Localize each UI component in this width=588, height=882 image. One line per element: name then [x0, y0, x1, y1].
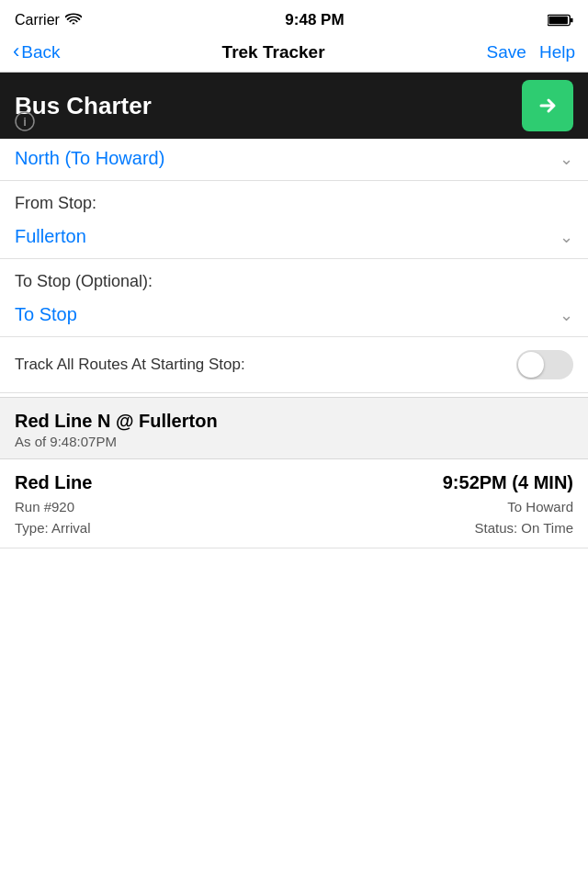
- forward-arrow-button[interactable]: [522, 80, 573, 131]
- station-title: Red Line N @ Fullerton: [15, 411, 573, 432]
- train-status: Status: On Time: [474, 518, 573, 539]
- header-band: Bus Charter i: [0, 73, 588, 139]
- from-stop-value: Fullerton: [15, 226, 86, 247]
- train-type: Type: Arrival: [15, 518, 91, 539]
- track-all-row: Track All Routes At Starting Stop:: [0, 337, 588, 393]
- train-destination: To Howard: [474, 497, 573, 518]
- train-row-top: Red Line 9:52PM (4 MIN): [15, 472, 573, 493]
- time-display: 9:48 PM: [285, 11, 344, 29]
- band-title: Bus Charter: [15, 92, 152, 120]
- train-arrival-time: 9:52PM (4 MIN): [443, 472, 573, 493]
- train-details-right: To Howard Status: On Time: [474, 497, 573, 538]
- carrier-label: Carrier: [15, 12, 60, 28]
- direction-value: North (To Howard): [15, 148, 164, 169]
- from-stop-dropdown[interactable]: Fullerton ⌄: [0, 217, 588, 259]
- from-stop-label: From Stop:: [0, 181, 588, 217]
- to-stop-value: To Stop: [15, 304, 77, 325]
- carrier-wifi: Carrier: [15, 12, 82, 28]
- svg-rect-2: [548, 17, 568, 24]
- toggle-knob: [518, 352, 544, 378]
- back-label: Back: [21, 42, 60, 62]
- results-timestamp: As of 9:48:07PM: [15, 434, 573, 449]
- help-button[interactable]: Help: [539, 42, 575, 62]
- direction-dropdown[interactable]: North (To Howard) ⌄: [0, 139, 588, 181]
- train-name: Red Line: [15, 472, 92, 493]
- direction-chevron-icon: ⌄: [560, 149, 573, 169]
- svg-text:i: i: [23, 115, 27, 129]
- to-stop-label: To Stop (Optional):: [0, 259, 588, 295]
- from-stop-chevron-icon: ⌄: [560, 227, 573, 247]
- content-area: North (To Howard) ⌄ From Stop: Fullerton…: [0, 139, 588, 548]
- save-button[interactable]: Save: [487, 42, 526, 62]
- status-bar: Carrier 9:48 PM: [0, 0, 588, 37]
- track-all-toggle[interactable]: [516, 350, 573, 379]
- svg-rect-1: [571, 18, 573, 23]
- results-header: Red Line N @ Fullerton As of 9:48:07PM: [0, 397, 588, 459]
- back-button[interactable]: ‹ Back: [13, 42, 61, 62]
- train-row[interactable]: Red Line 9:52PM (4 MIN) Run #920 Type: A…: [0, 459, 588, 548]
- battery-icon: [548, 14, 573, 27]
- nav-actions: Save Help: [487, 42, 575, 62]
- train-row-bottom: Run #920 Type: Arrival To Howard Status:…: [15, 497, 573, 538]
- to-stop-dropdown[interactable]: To Stop ⌄: [0, 295, 588, 337]
- train-run-number: Run #920: [15, 497, 91, 518]
- nav-bar: ‹ Back Trek Tracker Save Help: [0, 37, 588, 73]
- to-stop-chevron-icon: ⌄: [560, 305, 573, 325]
- results-section: Red Line N @ Fullerton As of 9:48:07PM R…: [0, 397, 588, 548]
- nav-title: Trek Tracker: [222, 42, 325, 62]
- train-details-left: Run #920 Type: Arrival: [15, 497, 91, 538]
- wifi-icon: [65, 12, 82, 28]
- back-chevron-icon: ‹: [13, 41, 19, 62]
- track-all-label: Track All Routes At Starting Stop:: [15, 356, 507, 374]
- direction-section: North (To Howard) ⌄: [0, 139, 588, 181]
- info-circle-icon[interactable]: i: [15, 111, 35, 131]
